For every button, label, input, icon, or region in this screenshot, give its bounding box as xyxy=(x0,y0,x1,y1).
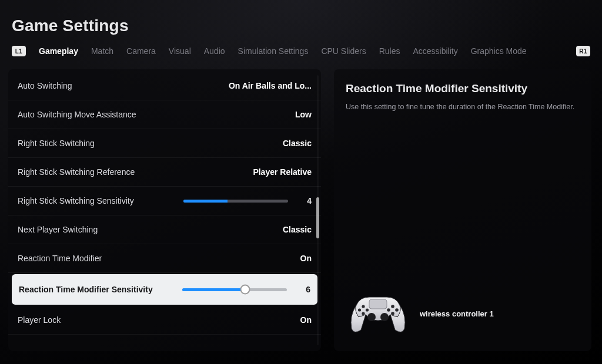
setting-value: Classic xyxy=(283,139,312,148)
setting-value: Player Relative xyxy=(253,167,312,177)
svg-point-9 xyxy=(367,313,376,321)
svg-point-2 xyxy=(358,308,361,311)
setting-value: Low xyxy=(295,110,312,119)
setting-label: Reaction Time Modifier Sensitivity xyxy=(19,285,153,294)
svg-point-3 xyxy=(366,308,369,311)
slider-value: 4 xyxy=(294,196,312,205)
info-panel: Reaction Time Modifier Sensitivity Use t… xyxy=(334,69,591,351)
tab-audio[interactable]: Audio xyxy=(204,46,225,56)
setting-label: Reaction Time Modifier xyxy=(18,254,102,263)
setting-label: Auto Switching Move Assistance xyxy=(18,110,136,119)
setting-player-lock[interactable]: Player Lock On xyxy=(8,306,321,335)
info-description: Use this setting to fine tune the durati… xyxy=(346,102,580,113)
setting-label: Next Player Switching xyxy=(18,225,98,234)
setting-reaction-time-modifier[interactable]: Reaction Time Modifier On xyxy=(8,244,321,273)
tab-rules[interactable]: Rules xyxy=(379,46,400,56)
controller-label: wireless controller 1 xyxy=(420,309,494,318)
r1-bumper-icon: R1 xyxy=(576,46,590,56)
info-title: Reaction Time Modifier Sensitivity xyxy=(346,82,580,95)
svg-point-5 xyxy=(391,305,394,308)
scrollbar-thumb[interactable] xyxy=(316,197,319,238)
setting-label: Right Stick Switching Sensitivity xyxy=(18,196,134,205)
settings-list: Auto Switching On Air Balls and Lo... Au… xyxy=(8,69,321,351)
setting-right-stick-switching[interactable]: Right Stick Switching Classic xyxy=(8,129,321,158)
setting-value: Classic xyxy=(283,225,312,234)
slider-value: 6 xyxy=(293,285,310,294)
svg-point-10 xyxy=(380,313,389,321)
controller-area: wireless controller 1 xyxy=(346,292,580,341)
setting-right-stick-switching-sensitivity[interactable]: Right Stick Switching Sensitivity 4 xyxy=(8,187,321,215)
svg-rect-0 xyxy=(369,299,387,309)
setting-auto-switching-move-assistance[interactable]: Auto Switching Move Assistance Low xyxy=(8,100,321,129)
setting-label: Right Stick Switching Reference xyxy=(18,167,135,177)
svg-point-7 xyxy=(395,308,399,312)
tab-simulation-settings[interactable]: Simulation Settings xyxy=(238,46,309,56)
setting-label: Player Lock xyxy=(18,315,61,325)
setting-value: On Air Balls and Lo... xyxy=(229,81,312,90)
slider[interactable]: 6 xyxy=(182,285,310,294)
setting-reaction-time-modifier-sensitivity[interactable]: Reaction Time Modifier Sensitivity 6 xyxy=(12,274,317,305)
svg-point-8 xyxy=(391,312,394,315)
tab-camera[interactable]: Camera xyxy=(126,46,156,56)
tab-accessibility[interactable]: Accessibility xyxy=(413,46,457,56)
tab-cpu-sliders[interactable]: CPU Sliders xyxy=(321,46,366,56)
controller-icon xyxy=(346,292,410,335)
tab-match[interactable]: Match xyxy=(91,46,113,56)
setting-label: Right Stick Switching xyxy=(18,139,95,148)
tab-graphics-mode[interactable]: Graphics Mode xyxy=(471,46,527,56)
setting-label: Auto Switching xyxy=(18,81,72,90)
setting-next-player-switching[interactable]: Next Player Switching Classic xyxy=(8,215,321,244)
svg-point-1 xyxy=(362,305,364,308)
setting-value: On xyxy=(300,254,312,263)
slider[interactable]: 4 xyxy=(183,196,312,205)
tab-gameplay[interactable]: Gameplay xyxy=(39,46,78,56)
tab-visual[interactable]: Visual xyxy=(169,46,191,56)
page-title: Game Settings xyxy=(0,0,602,35)
l1-bumper-icon: L1 xyxy=(12,46,26,56)
svg-point-4 xyxy=(362,312,364,315)
tab-bar: L1 Gameplay Match Camera Visual Audio Si… xyxy=(0,35,602,63)
svg-point-6 xyxy=(387,308,390,312)
setting-value: On xyxy=(300,315,312,325)
setting-right-stick-switching-reference[interactable]: Right Stick Switching Reference Player R… xyxy=(8,158,321,187)
setting-auto-switching[interactable]: Auto Switching On Air Balls and Lo... xyxy=(8,72,321,100)
